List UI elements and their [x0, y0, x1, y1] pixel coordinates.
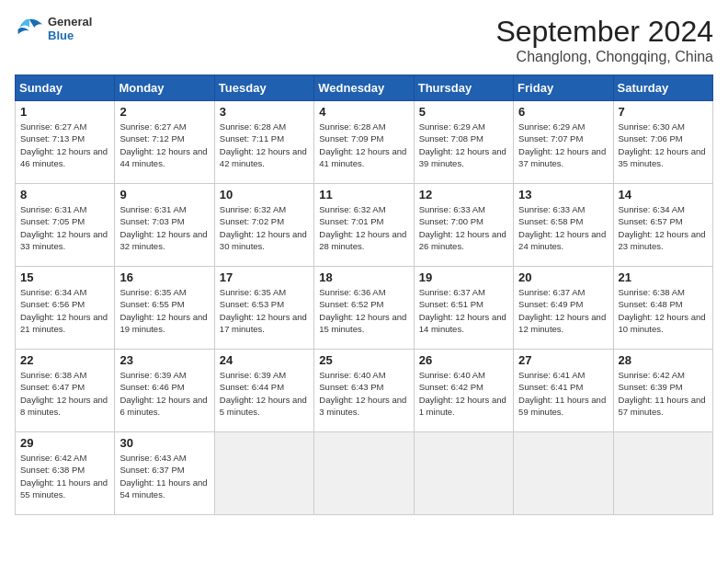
day-info: Sunrise: 6:37 AM Sunset: 6:51 PM Dayligh…: [419, 286, 508, 335]
page-header: General Blue September 2024 Changlong, C…: [15, 15, 713, 65]
day-number: 10: [220, 188, 309, 201]
calendar-header-tuesday: Tuesday: [214, 75, 313, 101]
calendar-day-14: 14 Sunrise: 6:34 AM Sunset: 6:57 PM Dayl…: [613, 184, 712, 267]
day-number: 19: [419, 270, 508, 284]
calendar-day-28: 28 Sunrise: 6:42 AM Sunset: 6:39 PM Dayl…: [613, 350, 712, 432]
calendar-day-3: 3 Sunrise: 6:28 AM Sunset: 7:11 PM Dayli…: [214, 101, 313, 184]
day-number: 8: [20, 188, 109, 201]
day-info: Sunrise: 6:29 AM Sunset: 7:07 PM Dayligh…: [518, 121, 608, 169]
calendar-day-8: 8 Sunrise: 6:31 AM Sunset: 7:05 PM Dayli…: [16, 184, 115, 267]
day-number: 20: [518, 270, 608, 284]
day-number: 26: [419, 353, 508, 367]
calendar-week-row-3: 15 Sunrise: 6:34 AM Sunset: 6:56 PM Dayl…: [16, 267, 713, 350]
day-number: 15: [20, 270, 109, 284]
location-title: Changlong, Chongqing, China: [495, 49, 713, 65]
calendar-empty-cell: [514, 432, 613, 515]
day-info: Sunrise: 6:35 AM Sunset: 6:53 PM Dayligh…: [220, 286, 309, 335]
day-info: Sunrise: 6:37 AM Sunset: 6:49 PM Dayligh…: [518, 286, 608, 335]
logo: General Blue: [15, 15, 92, 42]
calendar-week-row-4: 22 Sunrise: 6:38 AM Sunset: 6:47 PM Dayl…: [16, 350, 713, 432]
day-info: Sunrise: 6:31 AM Sunset: 7:05 PM Dayligh…: [20, 203, 109, 252]
day-info: Sunrise: 6:42 AM Sunset: 6:38 PM Dayligh…: [20, 452, 109, 500]
calendar-day-6: 6 Sunrise: 6:29 AM Sunset: 7:07 PM Dayli…: [514, 101, 613, 184]
calendar-day-30: 30 Sunrise: 6:43 AM Sunset: 6:37 PM Dayl…: [115, 432, 214, 515]
title-area: September 2024 Changlong, Chongqing, Chi…: [495, 15, 713, 65]
calendar-day-12: 12 Sunrise: 6:33 AM Sunset: 7:00 PM Dayl…: [414, 184, 513, 267]
day-info: Sunrise: 6:40 AM Sunset: 6:43 PM Dayligh…: [319, 369, 408, 418]
day-number: 4: [319, 105, 408, 119]
day-info: Sunrise: 6:32 AM Sunset: 7:02 PM Dayligh…: [220, 203, 309, 252]
day-info: Sunrise: 6:28 AM Sunset: 7:11 PM Dayligh…: [220, 121, 309, 169]
day-info: Sunrise: 6:35 AM Sunset: 6:55 PM Dayligh…: [119, 286, 209, 335]
day-number: 12: [419, 188, 508, 201]
day-info: Sunrise: 6:33 AM Sunset: 7:00 PM Dayligh…: [419, 203, 508, 252]
day-info: Sunrise: 6:34 AM Sunset: 6:57 PM Dayligh…: [619, 203, 708, 252]
day-number: 13: [518, 188, 608, 201]
calendar-empty-cell: [414, 432, 513, 515]
calendar-day-26: 26 Sunrise: 6:40 AM Sunset: 6:42 PM Dayl…: [414, 350, 513, 432]
calendar-empty-cell: [314, 432, 414, 515]
day-number: 2: [119, 105, 209, 119]
day-number: 17: [220, 270, 309, 284]
calendar-header-wednesday: Wednesday: [314, 75, 414, 101]
day-number: 25: [319, 353, 408, 367]
day-info: Sunrise: 6:32 AM Sunset: 7:01 PM Dayligh…: [319, 203, 408, 252]
day-number: 5: [419, 105, 508, 119]
day-number: 29: [20, 436, 109, 450]
calendar-day-4: 4 Sunrise: 6:28 AM Sunset: 7:09 PM Dayli…: [314, 101, 414, 184]
calendar-day-29: 29 Sunrise: 6:42 AM Sunset: 6:38 PM Dayl…: [16, 432, 115, 515]
calendar-header-thursday: Thursday: [414, 75, 513, 101]
calendar-day-16: 16 Sunrise: 6:35 AM Sunset: 6:55 PM Dayl…: [115, 267, 214, 350]
calendar-day-23: 23 Sunrise: 6:39 AM Sunset: 6:46 PM Dayl…: [115, 350, 214, 432]
calendar-day-21: 21 Sunrise: 6:38 AM Sunset: 6:48 PM Dayl…: [613, 267, 712, 350]
calendar-day-15: 15 Sunrise: 6:34 AM Sunset: 6:56 PM Dayl…: [16, 267, 115, 350]
day-info: Sunrise: 6:39 AM Sunset: 6:46 PM Dayligh…: [119, 369, 209, 418]
calendar-day-13: 13 Sunrise: 6:33 AM Sunset: 6:58 PM Dayl…: [514, 184, 613, 267]
calendar-day-22: 22 Sunrise: 6:38 AM Sunset: 6:47 PM Dayl…: [16, 350, 115, 432]
day-number: 16: [119, 270, 209, 284]
calendar-day-10: 10 Sunrise: 6:32 AM Sunset: 7:02 PM Dayl…: [214, 184, 313, 267]
calendar-header-saturday: Saturday: [613, 75, 712, 101]
day-info: Sunrise: 6:36 AM Sunset: 6:52 PM Dayligh…: [319, 286, 408, 335]
logo-text: General Blue: [48, 15, 92, 42]
day-info: Sunrise: 6:29 AM Sunset: 7:08 PM Dayligh…: [419, 121, 508, 169]
day-number: 14: [619, 188, 708, 201]
month-title: September 2024: [495, 15, 713, 49]
day-number: 1: [20, 105, 109, 119]
calendar-day-27: 27 Sunrise: 6:41 AM Sunset: 6:41 PM Dayl…: [514, 350, 613, 432]
day-number: 30: [119, 436, 209, 450]
day-info: Sunrise: 6:30 AM Sunset: 7:06 PM Dayligh…: [619, 121, 708, 169]
day-info: Sunrise: 6:38 AM Sunset: 6:48 PM Dayligh…: [619, 286, 708, 335]
day-number: 9: [119, 188, 209, 201]
day-info: Sunrise: 6:42 AM Sunset: 6:39 PM Dayligh…: [619, 369, 708, 418]
calendar-week-row-1: 1 Sunrise: 6:27 AM Sunset: 7:13 PM Dayli…: [16, 101, 713, 184]
day-number: 27: [518, 353, 608, 367]
calendar-day-7: 7 Sunrise: 6:30 AM Sunset: 7:06 PM Dayli…: [613, 101, 712, 184]
calendar-day-2: 2 Sunrise: 6:27 AM Sunset: 7:12 PM Dayli…: [115, 101, 214, 184]
day-number: 6: [518, 105, 608, 119]
day-info: Sunrise: 6:41 AM Sunset: 6:41 PM Dayligh…: [518, 369, 608, 418]
day-info: Sunrise: 6:28 AM Sunset: 7:09 PM Dayligh…: [319, 121, 408, 169]
calendar-empty-cell: [613, 432, 712, 515]
day-number: 21: [619, 270, 708, 284]
day-number: 18: [319, 270, 408, 284]
calendar-day-1: 1 Sunrise: 6:27 AM Sunset: 7:13 PM Dayli…: [16, 101, 115, 184]
calendar-day-5: 5 Sunrise: 6:29 AM Sunset: 7:08 PM Dayli…: [414, 101, 513, 184]
calendar-day-25: 25 Sunrise: 6:40 AM Sunset: 6:43 PM Dayl…: [314, 350, 414, 432]
day-info: Sunrise: 6:27 AM Sunset: 7:12 PM Dayligh…: [119, 121, 209, 169]
calendar-header-friday: Friday: [514, 75, 613, 101]
day-info: Sunrise: 6:33 AM Sunset: 6:58 PM Dayligh…: [518, 203, 608, 252]
day-info: Sunrise: 6:34 AM Sunset: 6:56 PM Dayligh…: [20, 286, 109, 335]
day-number: 23: [119, 353, 209, 367]
calendar-week-row-2: 8 Sunrise: 6:31 AM Sunset: 7:05 PM Dayli…: [16, 184, 713, 267]
day-info: Sunrise: 6:40 AM Sunset: 6:42 PM Dayligh…: [419, 369, 508, 418]
calendar-day-11: 11 Sunrise: 6:32 AM Sunset: 7:01 PM Dayl…: [314, 184, 414, 267]
calendar-table: SundayMondayTuesdayWednesdayThursdayFrid…: [15, 75, 713, 515]
day-info: Sunrise: 6:39 AM Sunset: 6:44 PM Dayligh…: [220, 369, 309, 418]
calendar-day-9: 9 Sunrise: 6:31 AM Sunset: 7:03 PM Dayli…: [115, 184, 214, 267]
calendar-day-20: 20 Sunrise: 6:37 AM Sunset: 6:49 PM Dayl…: [514, 267, 613, 350]
calendar-day-24: 24 Sunrise: 6:39 AM Sunset: 6:44 PM Dayl…: [214, 350, 313, 432]
day-info: Sunrise: 6:43 AM Sunset: 6:37 PM Dayligh…: [119, 452, 209, 500]
day-number: 11: [319, 188, 408, 201]
calendar-header-sunday: Sunday: [16, 75, 115, 101]
